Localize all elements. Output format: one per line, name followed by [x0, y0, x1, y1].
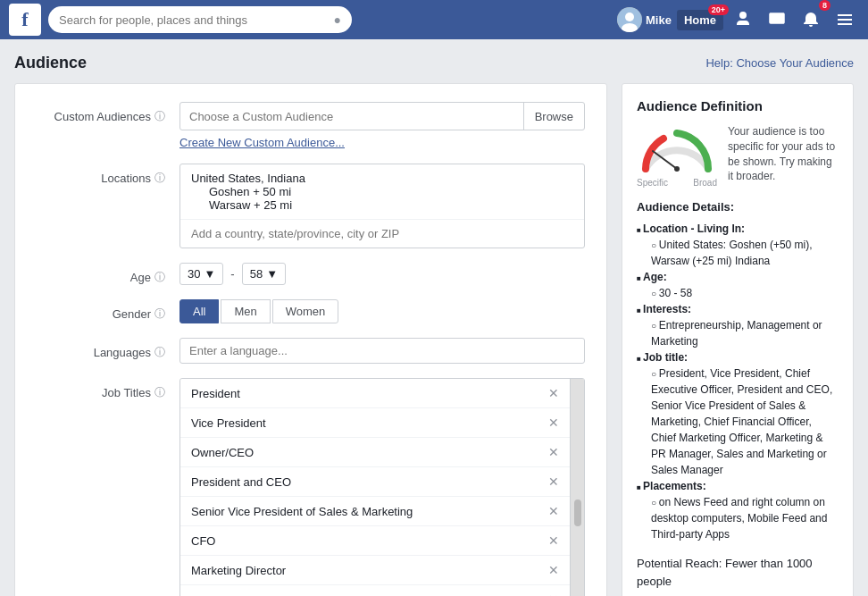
job-title-item: President✕	[180, 379, 570, 408]
gender-info-icon[interactable]: ⓘ	[154, 306, 165, 322]
age-to-select[interactable]: 58 ▼	[242, 263, 286, 285]
svg-point-8	[674, 166, 680, 172]
age-label: Age ⓘ	[37, 263, 179, 285]
remove-job-title-icon[interactable]: ✕	[548, 504, 559, 518]
home-badge: 20+	[708, 4, 729, 15]
languages-input[interactable]	[179, 338, 585, 364]
search-bar[interactable]: ●	[48, 6, 352, 33]
job-title-text: Owner/CEO	[191, 446, 254, 459]
remove-job-title-icon[interactable]: ✕	[548, 563, 559, 577]
notifications-badge: 8	[819, 0, 830, 11]
job-title-item: Marketing & PR Manager✕	[180, 585, 570, 596]
gauge-text: Your audience is too specific for your a…	[728, 124, 839, 184]
job-title-text: CFO	[191, 534, 215, 548]
remove-job-title-icon[interactable]: ✕	[548, 474, 559, 489]
job-title-text: Marketing Director	[191, 564, 286, 577]
remove-job-title-icon[interactable]: ✕	[548, 386, 559, 400]
friends-icon[interactable]	[729, 5, 757, 34]
location-header: Location - Living In:	[637, 221, 839, 237]
messages-icon[interactable]	[763, 5, 791, 34]
search-input[interactable]	[59, 13, 334, 27]
remove-job-title-icon[interactable]: ✕	[548, 445, 559, 459]
job-titles-scrollbar[interactable]	[570, 379, 584, 596]
browse-button[interactable]: Browse	[524, 110, 584, 123]
locations-label: Locations ⓘ	[37, 164, 179, 186]
job-titles-control: President✕Vice President✕Owner/CEO✕Presi…	[179, 378, 585, 596]
location-detail: United States: Goshen (+50 mi), Warsaw (…	[637, 237, 839, 269]
interests-header: Interests:	[637, 301, 839, 317]
remove-job-title-icon[interactable]: ✕	[548, 416, 559, 430]
fb-logo: f	[9, 4, 41, 36]
gender-buttons: All Men Women	[179, 299, 585, 323]
job-title-item: Senior Vice President of Sales & Marketi…	[180, 497, 570, 526]
user-avatar	[617, 7, 642, 32]
job-titles-label: Job Titles ⓘ	[37, 378, 179, 400]
content-row: Custom Audiences ⓘ Browse Create New Cus…	[14, 83, 854, 596]
menu-icon[interactable]	[830, 5, 859, 34]
custom-audiences-info-icon[interactable]: ⓘ	[154, 109, 165, 124]
custom-audiences-label: Custom Audiences ⓘ	[37, 102, 179, 124]
location-box: United States, Indiana Goshen + 50 mi Wa…	[179, 164, 585, 248]
placements-detail: on News Feed and right column on desktop…	[637, 494, 839, 542]
custom-audience-field[interactable]	[180, 110, 523, 123]
placements-header: Placements:	[637, 478, 839, 494]
age-detail: 30 - 58	[637, 285, 839, 301]
audience-def-title: Audience Definition	[637, 98, 839, 113]
age-info-icon[interactable]: ⓘ	[154, 270, 165, 285]
help-link[interactable]: Help: Choose Your Audience	[705, 56, 854, 70]
gauge-svg: Specific Broad	[637, 124, 717, 188]
left-panel: Custom Audiences ⓘ Browse Create New Cus…	[14, 83, 607, 596]
age-from-chevron-icon: ▼	[204, 267, 215, 281]
create-custom-audience-link[interactable]: Create New Custom Audience...	[179, 136, 585, 149]
home-nav[interactable]: Home 20+	[677, 10, 723, 30]
age-from-select[interactable]: 30 ▼	[179, 263, 223, 285]
age-to-chevron-icon: ▼	[266, 267, 278, 281]
gender-all-button[interactable]: All	[179, 299, 219, 323]
languages-info-icon[interactable]: ⓘ	[154, 345, 165, 360]
job-title-item: Owner/CEO✕	[180, 438, 570, 467]
specific-label: Specific	[637, 178, 668, 188]
job-title-detail: President, Vice President, Chief Executi…	[637, 365, 839, 478]
gender-row: Gender ⓘ All Men Women	[37, 299, 585, 323]
gender-women-button[interactable]: Women	[272, 299, 339, 323]
nav-profile[interactable]: Mike	[617, 7, 672, 32]
top-nav: f ● Mike Home 20+	[0, 0, 868, 39]
age-row: Age ⓘ 30 ▼ - 58 ▼	[37, 263, 585, 285]
gender-men-button[interactable]: Men	[221, 299, 270, 323]
remove-job-title-icon[interactable]: ✕	[548, 533, 559, 548]
potential-reach: Potential Reach: Fewer than 1000 people	[637, 555, 839, 590]
location-add-input[interactable]	[191, 227, 573, 240]
gauge-labels: Specific Broad	[637, 178, 717, 188]
job-title-text: Senior Vice President of Sales & Marketi…	[191, 505, 413, 518]
job-title-text: President and CEO	[191, 475, 291, 489]
job-titles-wrapper: President✕Vice President✕Owner/CEO✕Presi…	[179, 378, 585, 596]
messages-nav[interactable]	[763, 5, 791, 34]
search-icon: ●	[334, 13, 341, 27]
job-title-item: President and CEO✕	[180, 467, 570, 497]
job-titles-box: President✕Vice President✕Owner/CEO✕Presi…	[180, 379, 570, 596]
location-add[interactable]	[180, 220, 584, 248]
user-name: Mike	[646, 13, 672, 27]
svg-point-1	[625, 13, 634, 21]
age-control: 30 ▼ - 58 ▼	[179, 263, 585, 285]
svg-rect-6	[838, 23, 852, 25]
remove-job-title-icon[interactable]: ✕	[548, 592, 559, 596]
job-title-text: Vice President	[191, 416, 266, 430]
locations-row: Locations ⓘ United States, Indiana Goshe…	[37, 164, 585, 248]
notifications-nav[interactable]: 8	[797, 5, 825, 34]
locations-control: United States, Indiana Goshen + 50 mi Wa…	[179, 164, 585, 248]
job-titles-info-icon[interactable]: ⓘ	[154, 385, 165, 400]
job-title-text: President	[191, 387, 240, 400]
custom-audiences-row: Custom Audiences ⓘ Browse Create New Cus…	[37, 102, 585, 149]
page-header: Audience Help: Choose Your Audience	[14, 54, 854, 72]
custom-audience-input-wrap[interactable]: Browse	[179, 102, 585, 130]
age-header: Age:	[637, 269, 839, 285]
languages-control	[179, 338, 585, 364]
right-panel: Audience Definition	[622, 83, 854, 596]
page-title: Audience	[14, 54, 87, 72]
age-dash: -	[230, 267, 234, 281]
locations-info-icon[interactable]: ⓘ	[154, 171, 165, 186]
custom-audiences-control: Browse Create New Custom Audience...	[179, 102, 585, 149]
gender-label: Gender ⓘ	[37, 299, 179, 322]
job-title-text: Marketing & PR Manager	[191, 593, 321, 597]
